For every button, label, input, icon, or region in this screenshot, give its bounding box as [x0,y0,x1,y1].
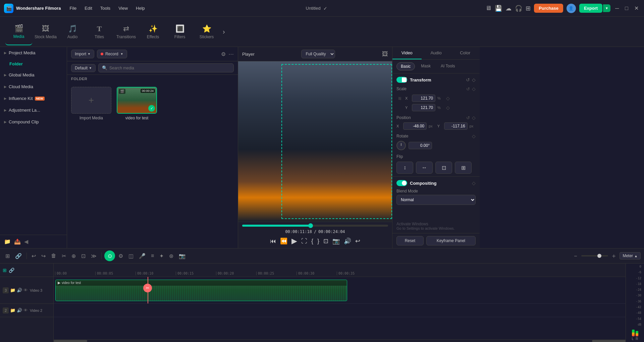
track-add-icon-2[interactable]: 📁 [10,308,15,313]
mark-out-button[interactable]: } [317,238,319,245]
timeline-scrollbar[interactable] [54,339,626,342]
play-button[interactable]: ▶ [291,237,297,245]
progress-thumb[interactable] [308,223,313,228]
nav-item-filters[interactable]: 🔳 Filters [166,18,193,45]
nav-item-titles[interactable]: T Titles [86,18,113,45]
tl-settings-button[interactable]: ⚙ [116,251,125,261]
scale-x-input[interactable] [412,95,435,102]
sidebar-item-cloud-media[interactable]: ▶ Cloud Media [0,81,67,93]
cloud-icon[interactable]: ☁ [505,5,512,12]
tab-color[interactable]: Color [450,47,480,59]
menu-tools[interactable]: Tools [98,4,113,12]
tl-add-track-button[interactable]: ⊞ [3,251,12,261]
keyframe-panel-button[interactable]: Keyframe Panel [426,236,476,245]
skip-back-button[interactable]: ⏮ [270,238,276,245]
quality-select[interactable]: Full Quality Half Quality [301,50,335,58]
rotate-diamond[interactable]: ◇ [472,133,476,139]
import-media-item[interactable]: + Import Media [71,87,111,120]
scale-diamond-icon[interactable]: ◇ [472,86,476,92]
purchase-button[interactable]: Purchase [534,4,563,13]
tl-crop-button[interactable]: ⊡ [79,251,88,261]
scale-x-diamond[interactable]: ◇ [446,96,450,101]
minimize-button[interactable]: ─ [614,4,620,13]
progress-bar[interactable] [242,225,388,227]
nav-item-effects[interactable]: ✨ Effects [140,18,166,45]
menu-edit[interactable]: Edit [82,4,95,12]
video-clip[interactable]: ▶ video for test [55,280,347,301]
sidebar-item-folder[interactable]: Folder [0,59,67,69]
export-button[interactable]: Export [579,4,602,13]
track-eye-icon-2[interactable]: 👁 [23,308,28,313]
rotate-dial[interactable] [396,141,406,150]
compositing-diamond[interactable]: ◇ [472,180,476,186]
default-filter-button[interactable]: Default ▼ [71,64,96,72]
filter-icon[interactable]: ⚙ [221,51,226,57]
flip-btn-3[interactable]: ⊡ [435,162,452,174]
more-options-icon[interactable]: ⋯ [228,51,234,57]
mark-in-button[interactable]: { [311,238,313,245]
tab-audio[interactable]: Audio [422,47,451,59]
menu-help[interactable]: Help [133,4,148,12]
grid-icon[interactable]: ⊞ [526,5,531,12]
position-y-input[interactable] [444,122,468,130]
position-reset-icon[interactable]: ↺ [466,115,470,120]
monitor-icon[interactable]: 🖥 [485,5,491,12]
flip-vertical-button[interactable]: ↔ [416,162,433,174]
volume-button[interactable]: 🔊 [344,237,351,245]
search-input[interactable] [109,66,230,70]
scale-y-diamond[interactable]: ◇ [446,105,450,110]
add-track-icon[interactable]: ⊞ [3,268,7,273]
tl-select-button[interactable]: ⊕ [69,251,78,261]
flip-btn-4[interactable]: ⊞ [455,162,472,174]
nav-item-stickers[interactable]: ⭐ Stickers [193,18,220,45]
headset-icon[interactable]: 🎧 [515,5,522,12]
compositing-toggle[interactable] [396,180,407,186]
track-volume-icon-3[interactable]: 🔊 [17,288,22,293]
maximize-button[interactable]: □ [624,4,630,13]
transform-toggle[interactable] [396,77,407,83]
scale-y-input[interactable] [412,104,435,111]
tl-green-button[interactable]: ⊙ [104,250,115,261]
nav-item-stock-media[interactable]: 🖼 Stock Media [32,18,59,45]
sub-tab-basic[interactable]: Basic [396,62,415,70]
user-avatar[interactable]: 👤 [567,4,576,13]
sidebar-item-adjustment-layer[interactable]: ▶ Adjustment La... [0,104,67,116]
tl-link-button[interactable]: 🔗 [13,251,24,261]
sidebar-item-compound-clip[interactable]: ▶ Compound Clip [0,116,67,128]
position-x-input[interactable] [403,122,427,130]
flip-horizontal-button[interactable]: ↕ [396,162,413,174]
close-button[interactable]: ✕ [633,4,640,13]
sub-tab-ai-tools[interactable]: AI Tools [437,62,459,70]
reset-button[interactable]: Reset [396,236,424,245]
nav-more-button[interactable]: › [220,25,228,38]
video-media-item[interactable]: 00:00:24 🎬 ✓ video for test [117,87,157,120]
playhead[interactable]: ✂ [148,277,148,303]
tl-delete-button[interactable]: 🗑 [49,251,58,260]
tl-redo-button[interactable]: ↪ [39,251,48,261]
track-volume-icon-2[interactable]: 🔊 [17,308,22,313]
scale-reset-icon[interactable]: ↺ [466,87,470,92]
more-controls-btn[interactable]: ⊡ [323,237,328,245]
tl-screenshot-button[interactable]: 📷 [177,251,187,261]
settings-ctrl-button[interactable]: ↩ [355,237,360,245]
transform-keyframe-icon[interactable]: ◇ [472,77,476,82]
tl-mic-button[interactable]: 🎤 [137,251,148,261]
collapse-panel-icon[interactable]: ◀ [24,238,28,245]
blend-mode-select[interactable]: Normal Multiply Screen [396,195,476,205]
menu-file[interactable]: File [67,4,79,12]
export-dropdown-icon[interactable]: ▼ [603,4,610,12]
tl-undo-button[interactable]: ↩ [30,251,38,261]
tl-zoom-out-button[interactable]: － [571,250,580,261]
fullscreen-button[interactable]: ⛶ [301,238,307,245]
snapshot-button[interactable]: 📷 [332,237,340,245]
tl-pip-button[interactable]: ⊛ [167,251,175,261]
scrollbar-thumb-right[interactable] [592,340,626,342]
menu-view[interactable]: View [116,4,130,12]
tl-ai-button[interactable]: ✦ [157,251,166,261]
new-folder-icon[interactable]: 📁 [4,238,11,245]
link-track-icon[interactable]: 🔗 [9,268,14,273]
zoom-slider-thumb[interactable] [597,254,601,258]
step-back-button[interactable]: ⏪ [280,237,287,245]
track-add-icon-3[interactable]: 📁 [10,288,15,293]
rotate-input[interactable] [409,142,432,149]
